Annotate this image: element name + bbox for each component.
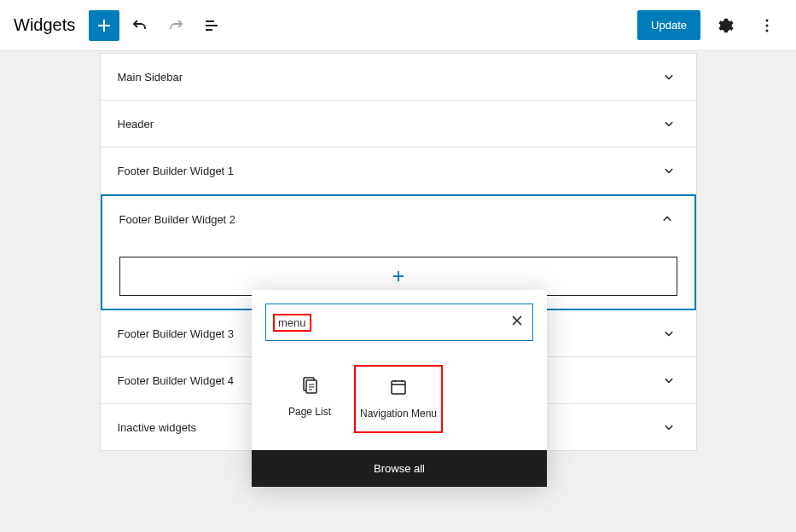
search-input[interactable]: menu bbox=[265, 304, 533, 341]
widget-area-label: Main Sidebar bbox=[118, 71, 183, 84]
list-view-icon bbox=[201, 15, 222, 36]
top-header: Widgets Update bbox=[0, 0, 796, 51]
undo-button[interactable] bbox=[125, 10, 155, 41]
clear-search-button[interactable] bbox=[508, 312, 526, 332]
close-icon bbox=[508, 312, 526, 329]
svg-rect-5 bbox=[392, 381, 405, 394]
redo-icon bbox=[166, 15, 186, 36]
browse-all-button[interactable]: Browse all bbox=[252, 450, 547, 487]
widget-area-label: Footer Builder Widget 2 bbox=[119, 213, 236, 226]
widget-area-header[interactable]: Header bbox=[101, 101, 696, 147]
undo-icon bbox=[130, 15, 150, 36]
svg-point-1 bbox=[766, 24, 769, 26]
chevron-up-icon bbox=[657, 209, 677, 229]
widget-area-label: Footer Builder Widget 1 bbox=[118, 165, 235, 177]
gear-icon bbox=[717, 16, 735, 35]
list-view-button[interactable] bbox=[196, 10, 227, 41]
chevron-down-icon bbox=[659, 160, 679, 181]
widget-area-label: Inactive widgets bbox=[118, 421, 197, 434]
svg-point-2 bbox=[766, 29, 769, 32]
chevron-down-icon bbox=[659, 417, 679, 437]
redo-button[interactable] bbox=[160, 10, 191, 41]
widget-area-label: Header bbox=[118, 118, 154, 130]
chevron-down-icon bbox=[659, 113, 679, 134]
block-page-list[interactable]: Page List bbox=[265, 365, 354, 433]
header-left: Widgets bbox=[14, 10, 227, 41]
block-label: Page List bbox=[288, 406, 331, 419]
block-label: Navigation Menu bbox=[360, 408, 437, 421]
update-button[interactable]: Update bbox=[637, 10, 700, 40]
kebab-icon bbox=[757, 15, 777, 36]
chevron-down-icon bbox=[659, 323, 679, 344]
block-inserter-popover: menu Page List Navigation Menu Browse al… bbox=[252, 290, 547, 487]
add-block-button[interactable] bbox=[89, 10, 119, 41]
widget-area-label: Footer Builder Widget 3 bbox=[118, 327, 235, 340]
widget-area-header-row: Footer Builder Widget 2 bbox=[119, 209, 677, 229]
header-right: Update bbox=[637, 10, 782, 41]
svg-point-0 bbox=[766, 19, 769, 21]
blocks-grid: Page List Navigation Menu bbox=[252, 355, 547, 450]
chevron-down-icon bbox=[659, 66, 679, 87]
widget-area-label: Footer Builder Widget 4 bbox=[118, 374, 235, 387]
page-title: Widgets bbox=[14, 15, 75, 35]
plus-icon bbox=[94, 15, 114, 36]
navigation-menu-icon bbox=[388, 377, 409, 397]
plus-icon bbox=[388, 266, 409, 286]
settings-button[interactable] bbox=[711, 10, 741, 41]
more-options-button[interactable] bbox=[752, 10, 782, 41]
chevron-down-icon bbox=[659, 370, 679, 390]
search-value: menu bbox=[273, 314, 311, 332]
widget-area-footer-1[interactable]: Footer Builder Widget 1 bbox=[101, 147, 696, 194]
search-wrapper: menu bbox=[252, 290, 547, 355]
block-navigation-menu[interactable]: Navigation Menu bbox=[354, 365, 443, 433]
page-list-icon bbox=[299, 375, 320, 396]
widget-area-main-sidebar[interactable]: Main Sidebar bbox=[101, 54, 696, 101]
